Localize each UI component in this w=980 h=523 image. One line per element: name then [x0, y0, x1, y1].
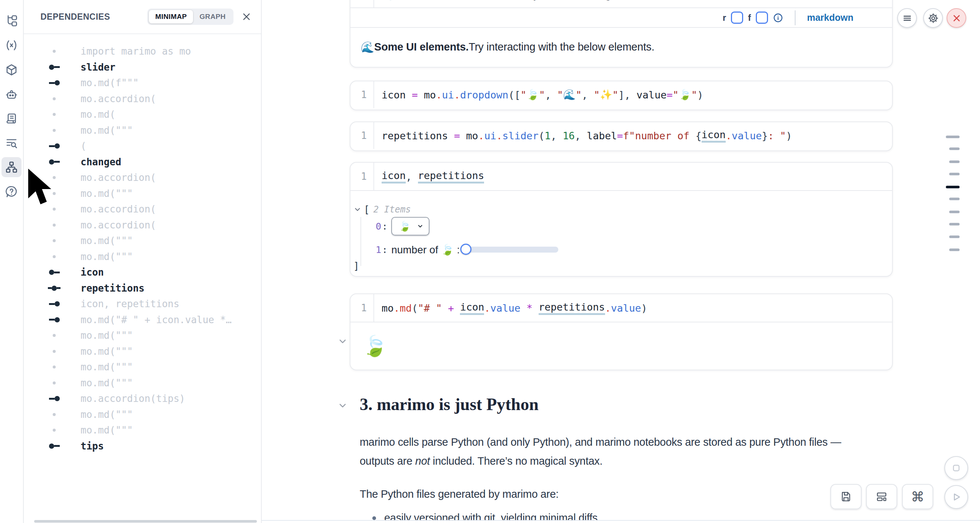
- repetitions-slider[interactable]: [463, 247, 558, 253]
- minimap-scrollbar[interactable]: [34, 520, 257, 523]
- code-editor[interactable]: 1 icon = mo.ui.dropdown(["🍃", "🌊", "✨"],…: [350, 81, 892, 108]
- code-editor[interactable]: 1 repetitions = mo.ui.slider(1, 16, labe…: [350, 122, 892, 149]
- shutdown-button[interactable]: [947, 8, 966, 28]
- footer-divider: [261, 520, 980, 523]
- outline-line[interactable]: [946, 186, 959, 188]
- minimap-item[interactable]: mo.md(""": [23, 375, 261, 391]
- command-icon: ⌘: [911, 489, 924, 504]
- minimap-item[interactable]: mo.md(: [23, 107, 261, 123]
- close-panel-button[interactable]: [241, 11, 252, 22]
- hamburger-icon: [902, 13, 912, 23]
- settings-button[interactable]: [923, 8, 943, 28]
- scroll-icon: [5, 112, 18, 125]
- outline-line[interactable]: [949, 147, 959, 150]
- chevron-down-icon[interactable]: [353, 206, 361, 214]
- info-icon[interactable]: [773, 13, 783, 23]
- minimap-item[interactable]: mo.md(""": [23, 359, 261, 375]
- minimap-item[interactable]: tips: [23, 438, 261, 454]
- slider-knob[interactable]: [460, 244, 471, 255]
- outline-line[interactable]: [946, 136, 959, 138]
- outline-line[interactable]: [949, 210, 959, 213]
- minimap-item[interactable]: mo.md(""": [23, 328, 261, 344]
- chevron-down-icon: [417, 223, 423, 230]
- minimap-item[interactable]: mo.md(""": [23, 344, 261, 360]
- sidebar-item-snippets[interactable]: [2, 133, 22, 153]
- minimap-item-label: import marimo as mo: [81, 46, 191, 57]
- minimap-item-label: mo.md(""": [81, 330, 133, 341]
- code-line: 🌊 Some UI elements. Try interacting with…: [374, 0, 762, 8]
- tree-row-0: 0 : 🍃: [350, 218, 892, 235]
- f-checkbox[interactable]: [756, 11, 768, 24]
- shortcuts-button[interactable]: ⌘: [902, 484, 933, 509]
- layout-button[interactable]: [866, 484, 897, 509]
- stop-button[interactable]: [944, 456, 968, 480]
- cell-markdown-intro[interactable]: 1 🌊 Some UI elements. Try interacting wi…: [350, 0, 893, 68]
- minimap-item[interactable]: mo.md(""": [23, 123, 261, 139]
- outline-line[interactable]: [949, 249, 959, 251]
- activity-rail: [0, 0, 24, 523]
- cell-slider-def[interactable]: 1 repetitions = mo.ui.slider(1, 16, labe…: [350, 121, 893, 151]
- markdown-mode-button[interactable]: markdown: [807, 12, 853, 23]
- outline-line[interactable]: [949, 173, 959, 175]
- minimap-item[interactable]: import marimo as mo: [23, 43, 261, 59]
- outline-line[interactable]: [949, 223, 959, 225]
- minimap-item-label: changed: [81, 156, 121, 167]
- minimap-item[interactable]: mo.accordion(: [23, 217, 261, 233]
- minimap-item[interactable]: mo.md("# " + icon.value *…: [23, 312, 261, 328]
- collapse-section-button[interactable]: [337, 400, 348, 412]
- plain-glyph-icon: [45, 255, 64, 258]
- bracket-close: ]: [353, 260, 360, 271]
- mouse-cursor: [27, 168, 66, 209]
- play-icon: [951, 491, 962, 502]
- minimap-item[interactable]: mo.md(""": [23, 423, 261, 438]
- minimap-item-label: slider: [81, 62, 115, 73]
- minimap-item-label: mo.md("# " + icon.value *…: [81, 314, 232, 325]
- bracket-open: [: [364, 204, 370, 215]
- outline-line[interactable]: [949, 236, 959, 238]
- gear-icon: [928, 13, 939, 24]
- section-paragraph-2: The Python files generated by marimo are…: [360, 485, 876, 504]
- robot-icon: [5, 88, 18, 101]
- minimap-item[interactable]: changed: [23, 154, 261, 170]
- dropdown-select[interactable]: 🍃: [391, 217, 429, 236]
- minimap-item[interactable]: icon: [23, 265, 261, 281]
- sidebar-item-ai[interactable]: [2, 85, 22, 104]
- sidebar-item-logs[interactable]: [2, 108, 22, 129]
- minimap-item[interactable]: mo.md(""": [23, 233, 261, 249]
- minimap-item[interactable]: icon, repetitions: [23, 296, 261, 312]
- minimap-item[interactable]: mo.md(f""": [23, 75, 261, 91]
- use-glyph-icon: [45, 80, 64, 85]
- index-label: 0: [375, 221, 381, 232]
- outline-line[interactable]: [949, 161, 959, 163]
- save-button[interactable]: [830, 484, 862, 509]
- sidebar-item-dependencies[interactable]: [2, 157, 22, 177]
- minimap-item[interactable]: mo.md(""": [23, 407, 261, 423]
- cell-tuple[interactable]: 1 icon, repetitions [ 2 Items 0 : 🍃: [350, 162, 893, 277]
- code-editor[interactable]: 1 mo.md("# " + icon.value * repetitions.…: [350, 294, 892, 322]
- sidebar-item-variables[interactable]: [2, 35, 22, 55]
- minimap-item-label: tips: [81, 440, 104, 452]
- menu-button[interactable]: [897, 8, 917, 28]
- minimap-item[interactable]: repetitions: [23, 281, 261, 297]
- minimap-item[interactable]: mo.accordion(: [23, 91, 261, 107]
- minimap-item[interactable]: mo.md(""": [23, 249, 261, 265]
- use-glyph-icon: [45, 396, 64, 401]
- code-editor[interactable]: 1 🌊 Some UI elements. Try interacting wi…: [350, 0, 892, 8]
- sidebar-item-files[interactable]: [2, 11, 22, 31]
- minimap-item-label: (: [81, 140, 86, 151]
- minimap-item[interactable]: slider: [23, 59, 261, 75]
- tab-minimap[interactable]: MINIMAP: [149, 10, 193, 23]
- r-checkbox[interactable]: [731, 11, 743, 24]
- cell-md-concat[interactable]: 1 mo.md("# " + icon.value * repetitions.…: [350, 293, 893, 370]
- outline-line[interactable]: [949, 198, 959, 200]
- sidebar-item-packages[interactable]: [2, 60, 22, 80]
- run-button[interactable]: [944, 485, 968, 509]
- cell-dropdown-def[interactable]: 1 icon = mo.ui.dropdown(["🍃", "🌊", "✨"],…: [350, 81, 893, 110]
- collapse-output-button[interactable]: [337, 336, 348, 348]
- minimap-item[interactable]: mo.accordion(tips): [23, 391, 261, 407]
- plain-glyph-icon: [45, 239, 64, 242]
- sidebar-item-help[interactable]: [2, 182, 22, 202]
- code-editor[interactable]: 1 icon, repetitions: [350, 163, 892, 190]
- minimap-item[interactable]: (: [23, 138, 261, 154]
- tab-graph[interactable]: GRAPH: [193, 10, 232, 23]
